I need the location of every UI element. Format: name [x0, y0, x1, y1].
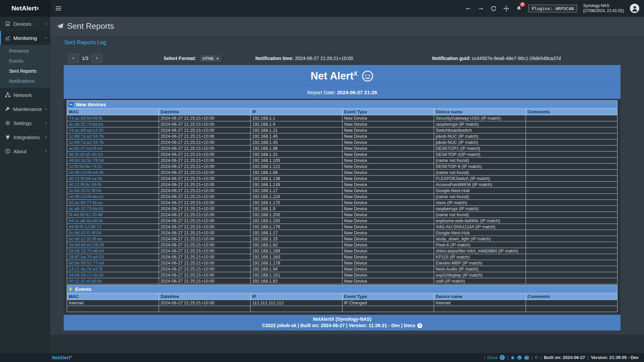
table-cell: 2024-06-27 21:25:21+10:00 — [159, 164, 251, 170]
column-header-comments: Comments — [526, 293, 618, 300]
docs-link[interactable]: Docs — [487, 355, 497, 360]
table-cell: DESKTOP1 (IP match) — [434, 145, 526, 152]
mac-link[interactable]: 28:87:ba:76:ed:03 — [69, 254, 104, 259]
hamburger-icon — [56, 8, 61, 9]
sidebar-item-about[interactable]: About ‹ — [0, 144, 50, 158]
footer-brand-link[interactable]: NetAlertX — [52, 355, 72, 360]
mac-link[interactable]: dc:a6:32:73:8a:b1 — [69, 206, 104, 211]
sidebar-toggle-button[interactable] — [50, 0, 66, 17]
prev-page-button[interactable]: ‹ — [68, 54, 79, 63]
table-cell — [159, 306, 251, 312]
table-cell: 2024-06-27 21:25:21+10:00 — [159, 272, 251, 278]
mac-cell: c0:06:c3:09:e4:46 — [67, 170, 159, 176]
mac-cell: d0:21:f9:8c:59:f9 — [67, 182, 159, 188]
mac-link[interactable]: c0:06:c3:09:e4:46 — [69, 170, 103, 175]
collapse-minus-icon — [68, 102, 73, 107]
mac-link[interactable]: dc:a6:32:73:8a:b1 — [69, 122, 104, 127]
table-cell: 2024-06-27 21:25:21+10:00 — [159, 127, 251, 133]
table-cell — [526, 266, 618, 272]
table-cell — [342, 306, 434, 312]
mac-link[interactable]: 84:cc:a8:4a:56:4c — [69, 218, 103, 223]
mac-cell: 74:ac:b9:ad:c3:30 — [67, 127, 159, 133]
table-cell: (name not found) — [434, 212, 526, 218]
back-arrow-icon[interactable]: ← — [465, 5, 471, 12]
mac-link[interactable]: 58:b6:23:70:d6:b4 — [69, 248, 104, 253]
brand-logo[interactable]: NetAlertX — [0, 0, 50, 17]
mac-link[interactable]: 3c:8d:20:f1:9f:04 — [69, 188, 101, 193]
next-page-button[interactable]: › — [91, 54, 102, 63]
mac-link[interactable]: 74:ac:b9:54:09:fb — [69, 116, 102, 121]
table-cell: 192.168.1.169 — [251, 248, 342, 254]
info-icon — [5, 148, 10, 154]
table-cell: 2024-06-27 21:25:21+10:00 — [159, 300, 251, 306]
mac-link[interactable]: b0:be:83:51:77:e8 — [69, 260, 104, 265]
sidebar-subitem-notifications[interactable]: Notifications — [0, 76, 50, 86]
sidebar-item-maintenance[interactable]: Maintenance ‹ — [0, 102, 50, 116]
table-cell: 2024-06-27 21:25:21+10:00 — [159, 200, 251, 206]
chevron-left-icon: ‹ — [45, 148, 47, 154]
refresh-icon[interactable] — [490, 5, 497, 12]
report-date-label: Report Date: — [307, 89, 336, 95]
mac-link[interactable]: 00:11:32:ef:a5:6c — [69, 279, 102, 284]
new-devices-section-header: New devices — [67, 100, 618, 108]
mac-link[interactable]: 14:c1:4e:2e:a3:3f — [69, 266, 102, 272]
mac-link[interactable]: f4:4d:30:61:20:46 — [69, 212, 103, 217]
sidebar-item-monitoring[interactable]: Monitoring ‹ — [0, 31, 50, 45]
mac-link[interactable]: c0:06:c3:09:de:e2 — [69, 194, 103, 199]
mac-cell: 2c:f0:5d:9e:73:2c — [67, 164, 159, 170]
format-select[interactable]: HTML ▾ — [199, 55, 222, 62]
table-cell: New Device — [342, 127, 434, 133]
table-cell: 2024-06-27 21:25:21+10:00 — [159, 139, 251, 145]
sidebar-item-devices[interactable]: Devices ‹ — [0, 17, 50, 31]
plugins-status-badge[interactable]: Plugins: ARPSCAN — [528, 5, 577, 12]
sidebar-subitem-events[interactable]: Events — [0, 56, 50, 66]
report-date-value: 2024-06-27 21:26 — [337, 89, 377, 95]
mac-link[interactable]: 1c:69:7a:a2:34:7b — [69, 134, 104, 139]
table-cell: 192.168.1.178 — [251, 260, 342, 266]
table-cell: 2024-06-27 21:25:21+10:00 — [159, 115, 251, 121]
notification-guid-label: Notification guid: — [432, 56, 471, 61]
mac-link[interactable]: bc:dd:c2:32:f9:ee — [69, 236, 102, 241]
mac-link[interactable]: d0:21:f9:8c:59:f9 — [69, 182, 101, 187]
question-circle-icon — [417, 323, 422, 328]
content-area: Sent Reports Sent Reports Log ‹ 1/3 › Se… — [50, 17, 644, 353]
table-row: dc:a6:32:73:8a:b12024-06-27 21:25:21+10:… — [67, 121, 618, 127]
mac-link[interactable]: 98:5f:d3:d5:40:33 — [69, 152, 103, 157]
mac-link[interactable]: 44:6f:f8:12:68:71 — [69, 224, 102, 229]
sidebar-item-settings[interactable]: Settings ‹ — [0, 116, 50, 130]
mac-link[interactable]: d0:21:f9:b4:ca:0b — [69, 176, 102, 181]
mac-link[interactable]: 48:b0:2d:5c:79:0d — [69, 158, 104, 163]
table-cell — [526, 121, 618, 127]
bug-report-icon[interactable] — [511, 355, 515, 360]
user-avatar[interactable] — [630, 4, 639, 13]
table-row: 3c:8d:20:f1:9f:042024-06-27 21:25:21+10:… — [67, 188, 618, 194]
license-icon[interactable]: © — [535, 355, 538, 360]
table-cell: New Device — [342, 139, 434, 145]
mac-link[interactable]: 3a:9d:69:e0:29:28 — [69, 242, 104, 247]
sidebar-subitem-sent-reports[interactable]: Sent Reports — [0, 66, 50, 76]
table-cell: (name not found) — [434, 158, 526, 164]
report-controls: ‹ 1/3 › Select Format: HTML ▾ Notificati… — [64, 54, 621, 63]
mac-link[interactable]: 94:b5:55:c7:cb:e0 — [69, 273, 103, 278]
sidebar-item-integrations[interactable]: Integrations ‹ — [0, 130, 50, 144]
table-cell: New Device — [342, 260, 434, 266]
table-cell: New Device — [342, 242, 434, 248]
sent-reports-log-tab[interactable]: Sent Reports Log — [64, 40, 106, 46]
mac-link[interactable]: ac:82:47:ca:0f:e4 — [69, 146, 102, 151]
mac-cell: d0:21:f9:b4:ca:0b — [67, 176, 159, 182]
mac-link[interactable]: 1c:69:7a:a2:34:7b — [69, 140, 104, 145]
mac-link[interactable]: 2c:f0:5d:9e:73:2c — [69, 164, 102, 169]
mac-link[interactable]: 92:ac:85:77:fd:ca — [69, 200, 102, 205]
github-icon[interactable] — [517, 355, 522, 360]
sidebar-subitem-presence[interactable]: Presence — [0, 46, 50, 56]
mac-link[interactable]: 74:ac:b9:ad:c3:30 — [69, 128, 103, 133]
forward-arrow-icon[interactable]: → — [477, 5, 484, 12]
mac-link[interactable]: 3c:8d:20:f1:9f:04 — [69, 230, 101, 235]
sidebar-item-network[interactable]: Network — [0, 88, 50, 102]
question-circle-icon[interactable] — [500, 355, 505, 360]
email-icon[interactable] — [524, 356, 529, 360]
paper-plane-icon — [57, 23, 63, 29]
table-cell: X4G-AU-SHA1114A (IP match) — [434, 224, 526, 230]
move-icon[interactable] — [503, 5, 509, 12]
notifications-bell-icon[interactable]: 7 — [516, 5, 522, 12]
